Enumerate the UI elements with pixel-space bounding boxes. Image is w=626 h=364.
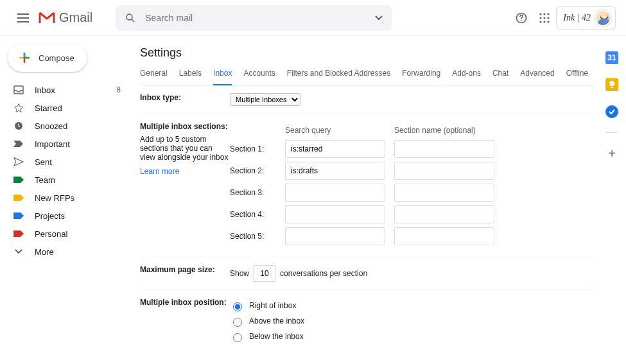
gmail-m-icon [39,11,55,25]
svg-rect-14 [611,87,613,88]
sidebar-item-new-rfps[interactable]: New RFPs [0,189,128,207]
tab-filters-and-blocked-addresses[interactable]: Filters and Blocked Addresses [287,69,390,85]
col-header-query: Search query [285,126,385,136]
nav-list: Inbox8StarredSnoozedImportantSentTeamNew… [0,81,128,261]
section-query-input[interactable] [285,184,385,202]
tab-general[interactable]: General [140,69,168,85]
section-name-input[interactable] [394,184,494,202]
svg-point-2 [521,20,522,21]
settings-main: Settings GeneralLabelsInboxAccountsFilte… [128,36,594,364]
sidebar-item-label: More [35,247,121,257]
position-row: Multiple inbox position: Right of inboxA… [140,290,594,352]
svg-point-9 [540,21,542,22]
keep-addon-icon[interactable] [605,78,618,91]
tab-forwarding[interactable]: Forwarding [402,69,440,85]
position-radio[interactable] [233,333,242,342]
sidebar-item-inbox[interactable]: Inbox8 [0,81,128,99]
section-query-input[interactable] [285,227,385,245]
position-option-label: Above the inbox [249,316,304,325]
svg-point-7 [544,17,546,19]
section-name-input[interactable] [394,140,494,158]
learn-more-link[interactable]: Learn more [140,167,179,176]
sidebar-item-label: Projects [35,211,121,221]
svg-point-5 [548,13,550,15]
tag-icon [13,230,24,238]
compose-plus-icon [18,51,31,64]
section-row-label: Section 3: [230,184,285,202]
sidebar-item-label: Snoozed [35,121,121,131]
calendar-addon-icon[interactable]: 31 [605,51,618,64]
section-name-input[interactable] [394,205,494,223]
svg-point-4 [544,13,546,15]
tag-icon [13,212,24,220]
tab-chat[interactable]: Chat [492,69,509,85]
compose-button[interactable]: Compose [8,44,87,72]
tasks-addon-icon[interactable] [605,105,618,118]
sidebar-item-personal[interactable]: Personal [0,225,128,243]
tab-advanced[interactable]: Advanced [520,69,554,85]
gmail-logo[interactable]: Gmail [39,10,92,25]
tab-offline[interactable]: Offline [566,69,588,85]
support-button[interactable] [510,6,533,30]
inbox-icon [13,85,24,94]
sidebar-item-projects[interactable]: Projects [0,207,128,225]
position-label: Multiple inbox position: [140,298,230,344]
sidebar-item-label: New RFPs [35,193,121,203]
page-size-input[interactable] [253,265,276,282]
hamburger-icon [17,13,29,22]
page-size-prefix: Show [230,269,249,278]
sidebar-item-label: Sent [35,157,121,167]
inbox-type-select[interactable]: Multiple Inboxes [230,93,300,106]
page-size-row: Maximum page size: Show conversations pe… [140,257,594,290]
sections-label-sub: Add up to 5 custom sections that you can… [140,135,230,162]
svg-point-10 [544,21,546,22]
tab-labels[interactable]: Labels [179,69,202,85]
section-row: Section 2: [230,162,494,180]
sections-table: Search query Section name (optional) Sec… [230,122,494,249]
sidebar-item-sent[interactable]: Sent [0,153,128,171]
svg-point-0 [126,14,132,20]
sidebar-item-more[interactable]: More [0,243,128,261]
app-header: Gmail Ink | 42 [0,0,626,36]
section-row: Section 4: [230,205,494,223]
google-apps-button[interactable] [533,6,556,30]
position-option-label: Below the inbox [249,332,304,341]
search-bar[interactable] [116,5,392,31]
position-radio[interactable] [233,302,242,311]
position-radio[interactable] [233,318,242,327]
tab-add-ons[interactable]: Add-ons [452,69,481,85]
svg-point-6 [540,17,542,19]
svg-rect-12 [14,86,23,94]
sidebar-item-important[interactable]: Important [0,135,128,153]
tab-inbox[interactable]: Inbox [213,69,232,85]
search-input[interactable] [144,12,375,24]
settings-tabs: GeneralLabelsInboxAccountsFilters and Bl… [140,69,594,85]
section-query-input[interactable] [285,162,385,180]
page-size-label: Maximum page size: [140,265,230,282]
compose-label: Compose [39,53,74,63]
position-option[interactable]: Below the inbox [230,329,594,344]
sidebar: Compose Inbox8StarredSnoozedImportantSen… [0,36,128,261]
side-panel: 31 + [598,36,626,160]
tab-accounts[interactable]: Accounts [243,69,275,85]
help-icon [515,12,528,24]
position-option[interactable]: Right of inbox [230,298,594,313]
apps-grid-icon [539,13,550,23]
page-title: Settings [140,46,594,60]
section-query-input[interactable] [285,140,385,158]
section-query-input[interactable] [285,205,385,223]
sidebar-item-snoozed[interactable]: Snoozed [0,117,128,135]
chevron-down-icon[interactable] [375,15,383,21]
gmail-wordmark: Gmail [59,10,92,25]
account-switcher[interactable]: Ink | 42 [556,6,616,30]
sidebar-item-count: 8 [116,85,121,94]
section-name-input[interactable] [394,162,494,180]
sidebar-item-team[interactable]: Team [0,171,128,189]
sections-label: Multiple inbox sections: Add up to 5 cus… [140,122,230,249]
position-option[interactable]: Above the inbox [230,313,594,329]
svg-point-11 [548,21,550,22]
section-name-input[interactable] [394,227,494,245]
sidebar-item-starred[interactable]: Starred [0,99,128,117]
main-menu-button[interactable] [10,5,36,31]
get-addons-button[interactable]: + [608,147,616,160]
